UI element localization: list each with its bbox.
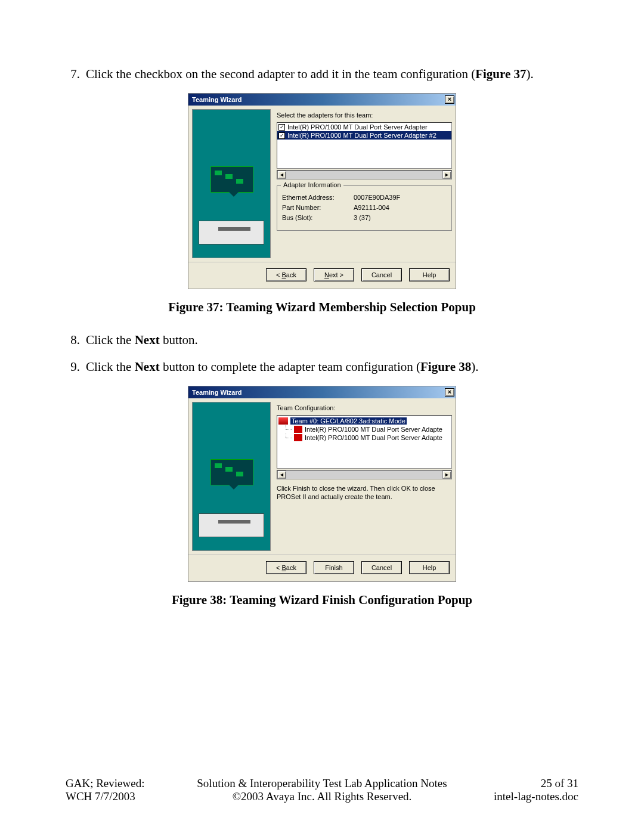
tree-child[interactable]: Intel(R) PRO/1000 MT Dual Port Server Ad…	[278, 433, 450, 442]
step-text-pre: Click the checkbox on the second adapter…	[86, 67, 475, 81]
footer-left: GAK; Reviewed: WCH 7/7/2003	[66, 777, 185, 803]
footer-page: 25 of 31	[459, 777, 578, 790]
horizontal-scrollbar[interactable]: ◄ ►	[277, 470, 452, 479]
title-bar: Teaming Wizard ×	[188, 386, 456, 398]
cancel-button[interactable]: Cancel	[361, 268, 402, 281]
footer-reviewer: GAK; Reviewed:	[66, 777, 185, 790]
tree-label: Intel(R) PRO/1000 MT Dual Port Server Ad…	[305, 434, 442, 441]
step-text-post: ).	[471, 360, 478, 374]
step-9: 9. Click the Next button to complete the…	[66, 358, 578, 375]
teaming-wizard-dialog-1: Teaming Wizard × Select the adapters for…	[188, 93, 456, 289]
info-value: A92111-004	[354, 204, 447, 211]
button-ref: Next	[135, 360, 160, 374]
info-value: 3 (37)	[354, 214, 447, 221]
title-bar: Teaming Wizard ×	[188, 94, 456, 106]
scroll-track[interactable]	[286, 171, 442, 179]
adapter-info-group: Adapter Information Ethernet Address: 00…	[277, 185, 452, 231]
step-7: 7. Click the checkbox on the second adap…	[66, 66, 578, 82]
tree-label: Team #0: GEC/LA/802.3ad:static Mode	[290, 417, 407, 425]
scroll-track[interactable]	[286, 470, 442, 479]
step-text: Click the checkbox on the second adapter…	[86, 66, 578, 82]
info-key: Ethernet Address:	[282, 194, 354, 201]
info-row: Bus (Slot): 3 (37)	[282, 214, 447, 221]
button-bar: < Back Finish Cancel Help	[188, 555, 456, 581]
tree-child[interactable]: Intel(R) PRO/1000 MT Dual Port Server Ad…	[278, 425, 450, 433]
adapter-icon	[294, 434, 302, 441]
figure-ref: Figure 37	[475, 67, 526, 81]
button-bar: < Back Next > Cancel Help	[188, 262, 456, 289]
figure-38: Teaming Wizard × Team Configuration: Tea…	[66, 386, 578, 608]
step-text: Click the Next button to complete the ad…	[86, 358, 578, 375]
step-text-post: button.	[160, 333, 198, 347]
footer-center: Solution & Interoperability Test Lab App…	[185, 777, 459, 803]
cancel-button[interactable]: Cancel	[361, 561, 402, 574]
info-row: Part Number: A92111-004	[282, 204, 447, 211]
adapter-listbox[interactable]: Intel(R) PRO/1000 MT Dual Port Server Ad…	[277, 122, 452, 169]
close-icon[interactable]: ×	[445, 95, 454, 104]
footer-date: WCH 7/7/2003	[66, 790, 185, 803]
window-title: Teaming Wizard	[192, 389, 242, 396]
checkbox-icon[interactable]	[278, 124, 285, 131]
wizard-graphic	[192, 402, 271, 551]
back-button[interactable]: < Back	[266, 561, 306, 574]
next-button[interactable]: Next >	[314, 268, 354, 281]
info-key: Part Number:	[282, 204, 354, 211]
finish-button[interactable]: Finish	[314, 561, 354, 574]
wizard-graphic	[192, 109, 271, 258]
team-tree[interactable]: Team #0: GEC/LA/802.3ad:static Mode Inte…	[277, 415, 452, 469]
step-text-pre: Click the	[86, 333, 135, 347]
button-ref: Next	[135, 333, 160, 347]
tree-root[interactable]: Team #0: GEC/LA/802.3ad:static Mode	[278, 417, 450, 425]
step-text-post: ).	[526, 67, 533, 81]
scroll-left-icon[interactable]: ◄	[277, 171, 286, 179]
teaming-wizard-dialog-2: Teaming Wizard × Team Configuration: Tea…	[188, 386, 456, 582]
step-text-mid: button to complete the adapter team conf…	[160, 360, 420, 374]
groupbox-legend: Adapter Information	[281, 181, 343, 188]
horizontal-scrollbar[interactable]: ◄ ►	[277, 170, 452, 179]
figure-37: Teaming Wizard × Select the adapters for…	[66, 93, 578, 315]
help-button[interactable]: Help	[409, 561, 450, 574]
list-item[interactable]: Intel(R) PRO/1000 MT Dual Port Server Ad…	[277, 123, 451, 131]
adapter-label: Intel(R) PRO/1000 MT Dual Port Server Ad…	[287, 132, 436, 139]
step-text: Click the Next button.	[86, 332, 578, 348]
info-key: Bus (Slot):	[282, 214, 354, 221]
info-value: 0007E90DA39F	[354, 194, 447, 201]
page-footer: GAK; Reviewed: WCH 7/7/2003 Solution & I…	[66, 777, 578, 803]
tree-label: Intel(R) PRO/1000 MT Dual Port Server Ad…	[305, 426, 442, 433]
figure-ref: Figure 38	[420, 360, 471, 374]
list-item[interactable]: Intel(R) PRO/1000 MT Dual Port Server Ad…	[277, 131, 451, 140]
footer-right: 25 of 31 intel-lag-notes.doc	[459, 777, 578, 803]
window-title: Teaming Wizard	[192, 96, 242, 103]
team-icon	[278, 417, 288, 425]
step-number: 9.	[66, 358, 86, 375]
info-row: Ethernet Address: 0007E90DA39F	[282, 194, 447, 201]
step-number: 7.	[66, 66, 86, 82]
prompt-label: Select the adapters for this team:	[277, 112, 452, 119]
footer-filename: intel-lag-notes.doc	[459, 790, 578, 803]
figure-caption: Figure 37: Teaming Wizard Membership Sel…	[66, 300, 578, 315]
footer-title: Solution & Interoperability Test Lab App…	[185, 777, 459, 790]
scroll-right-icon[interactable]: ►	[442, 470, 451, 479]
scroll-right-icon[interactable]: ►	[442, 171, 451, 179]
prompt-label: Team Configuration:	[277, 404, 452, 411]
close-icon[interactable]: ×	[445, 388, 454, 397]
adapter-label: Intel(R) PRO/1000 MT Dual Port Server Ad…	[287, 123, 428, 131]
step-8: 8. Click the Next button.	[66, 332, 578, 348]
figure-caption: Figure 38: Teaming Wizard Finish Configu…	[66, 593, 578, 608]
footer-copyright: ©2003 Avaya Inc. All Rights Reserved.	[185, 790, 459, 803]
back-button[interactable]: < Back	[266, 268, 306, 281]
adapter-icon	[294, 426, 302, 433]
step-text-pre: Click the	[86, 360, 135, 374]
helper-text: Click Finish to close the wizard. Then c…	[277, 484, 452, 501]
step-number: 8.	[66, 332, 86, 348]
scroll-left-icon[interactable]: ◄	[277, 470, 286, 479]
checkbox-icon[interactable]	[278, 132, 285, 139]
help-button[interactable]: Help	[409, 268, 450, 281]
